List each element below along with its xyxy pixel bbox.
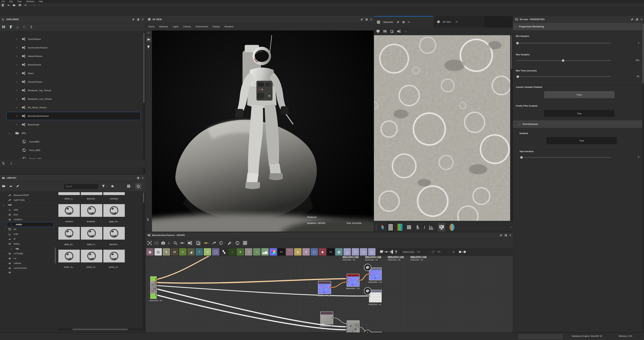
float-window-icon[interactable]	[137, 18, 139, 21]
library-category[interactable]: state	[0, 207, 57, 212]
float-window-icon[interactable]	[137, 177, 139, 179]
output-port[interactable]	[155, 288, 158, 290]
save-button[interactable]	[18, 3, 22, 7]
search-field[interactable]	[66, 185, 96, 188]
denoiser-enabled-button[interactable]: True	[546, 137, 617, 144]
max-time-slider[interactable]	[516, 76, 611, 77]
tab-basecolor[interactable]: Basecolor	[374, 16, 434, 27]
section-post-denoiser[interactable]: Post Denoiser	[513, 120, 642, 128]
snapshot-icon[interactable]	[161, 241, 165, 245]
open-button[interactable]	[12, 3, 16, 7]
material-icon[interactable]	[236, 241, 240, 245]
output-port[interactable]	[358, 326, 360, 328]
rgb-monitor-icon[interactable]	[438, 223, 446, 232]
output-port[interactable]	[358, 279, 360, 281]
tree-item[interactable]: BG_Mesh_Texture	[0, 103, 142, 111]
output-port[interactable]	[155, 285, 158, 287]
node-dirblur-button[interactable]: ◢	[187, 248, 195, 256]
node-gen4-button[interactable]: ▢	[368, 248, 376, 256]
comment-icon[interactable]	[380, 250, 384, 254]
input-port[interactable]	[346, 278, 348, 280]
library-category[interactable]: mdl	[0, 203, 57, 207]
graph-canvas[interactable]: 1024x1024 - C8 1024x1024 - C8 1024x1024 …	[146, 256, 512, 333]
graph-node-normal-combine[interactable]	[347, 274, 360, 287]
node-spline-button[interactable]: ⌒	[286, 248, 293, 256]
output-port[interactable]	[155, 291, 158, 293]
output-node-icon[interactable]	[389, 250, 393, 254]
node-svg-button[interactable]: ▤	[154, 248, 162, 256]
node-curve-button[interactable]: ∿	[179, 248, 186, 256]
max-samples-slider[interactable]	[516, 60, 611, 61]
thumbnail-view-icon[interactable]	[136, 183, 141, 189]
input-port[interactable]	[346, 323, 348, 325]
toolbar-grip[interactable]	[376, 224, 377, 231]
connector-icon[interactable]	[212, 241, 216, 245]
uv-dropdown[interactable]: UV	[404, 30, 409, 32]
caustic-sampler-button[interactable]: False	[544, 91, 614, 98]
node-bitmap-button[interactable]: ▣	[146, 248, 154, 256]
library-category[interactable]: tex	[0, 227, 57, 232]
node-dirwarp-button[interactable]: ⇄	[171, 248, 178, 256]
undo-dropdown-icon[interactable]	[30, 4, 31, 6]
thumbnail[interactable]	[103, 204, 125, 217]
histogram-icon[interactable]	[429, 225, 434, 230]
alpha-checker-icon[interactable]	[388, 224, 393, 231]
view2d-scrollbar[interactable]	[510, 35, 512, 221]
thumbnail[interactable]	[58, 227, 80, 240]
start-iteration-slider[interactable]	[520, 157, 611, 158]
float-window-icon[interactable]	[365, 18, 368, 21]
properties-scrollbar[interactable]	[642, 23, 644, 332]
close-icon[interactable]	[142, 18, 144, 21]
graph-node-output-normal[interactable]	[369, 268, 382, 280]
input-port[interactable]	[368, 295, 370, 297]
save-icon[interactable]	[2, 25, 5, 28]
library-category[interactable]: base	[0, 212, 57, 217]
reload-icon[interactable]	[23, 25, 26, 28]
fit-frame-icon[interactable]	[148, 241, 152, 245]
min-samples-value[interactable]: 1	[638, 41, 639, 44]
node-gen3-button[interactable]: ∿	[360, 248, 367, 256]
graph-node-normal[interactable]	[318, 281, 331, 294]
max-samples-value[interactable]: 500	[636, 59, 639, 61]
new-substance-button[interactable]	[1, 3, 5, 7]
pin-node-icon[interactable]	[394, 250, 398, 254]
menu-tools[interactable]: Tools	[17, 0, 22, 3]
new-mdl-icon[interactable]	[9, 184, 12, 188]
more-options-icon[interactable]: »	[453, 250, 454, 254]
menu-edit[interactable]: Edit	[9, 0, 13, 3]
start-iteration-value[interactable]: 0	[638, 156, 639, 158]
input-port[interactable]	[346, 329, 348, 331]
search-input[interactable]	[64, 184, 98, 189]
thumbnail[interactable]	[81, 250, 102, 263]
rgb-sphere-icon[interactable]	[450, 224, 454, 231]
tree-item[interactable]: Backpack_Top_Texture	[0, 86, 142, 94]
redo-dropdown-icon[interactable]	[38, 4, 40, 6]
info-tab-icon[interactable]: i	[10, 161, 12, 165]
explorer-scrollbar[interactable]	[143, 32, 145, 174]
node-gen1-button[interactable]: △	[344, 248, 351, 256]
tree-item-mdl[interactable]: Torso_MDL	[0, 146, 142, 154]
library-category[interactable]: debug	[0, 242, 57, 246]
library-category[interactable]	[0, 271, 57, 274]
tree-item[interactable]: AccessoriesTexture	[0, 43, 142, 52]
pin-icon[interactable]	[631, 18, 633, 21]
float-window-icon[interactable]	[636, 18, 638, 21]
node-text-button[interactable]: A	[302, 248, 310, 256]
node-bitmap01b-button[interactable]: 01	[327, 248, 334, 256]
new-folder-icon[interactable]	[2, 184, 5, 188]
more-icon[interactable]	[510, 226, 512, 228]
thumbnails-scrollbar[interactable]	[142, 192, 144, 332]
node-floodfill-button[interactable]: ◆	[319, 248, 326, 256]
menu-renderer[interactable]: Renderer	[224, 25, 234, 28]
layers-icon[interactable]	[381, 225, 384, 229]
menu-windows[interactable]: Windows	[26, 0, 34, 3]
thumbnail[interactable]	[103, 192, 125, 195]
parent-width-dropdown[interactable]: 256	[416, 250, 431, 254]
link-size-icon[interactable]	[432, 250, 435, 254]
gradient-icon[interactable]	[397, 224, 403, 231]
new-mdl-button[interactable]	[6, 3, 10, 7]
tree-item[interactable]: HelmetTexture	[0, 52, 142, 60]
tree-item[interactable]: GlovesTexture	[0, 78, 142, 86]
output-port[interactable]	[155, 279, 158, 281]
grid-view-icon[interactable]	[127, 185, 132, 188]
